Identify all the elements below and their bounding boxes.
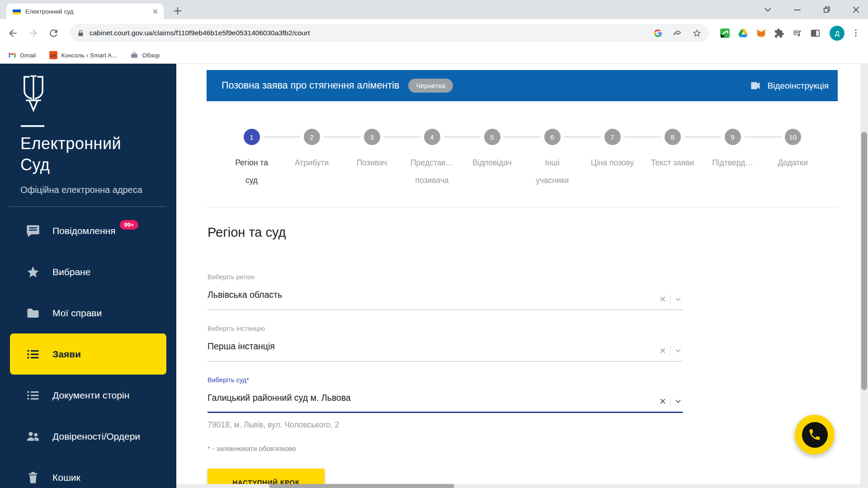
step-label: Підтверд… [711,154,755,172]
clear-icon[interactable] [659,397,667,405]
bookmark-item[interactable]: Gmail [8,51,36,59]
logo-dash [21,125,44,127]
url-bar[interactable]: cabinet.court.gov.ua/claims/f110f9eb46b1… [70,24,709,42]
browser-chrome: Електронний суд cabinet.court.gov.ua/cla… [0,0,868,64]
close-icon[interactable] [850,4,862,15]
stepper-step-7[interactable]: 7Ціна позову [582,129,642,189]
select-value: Галицький районний суд м. Львова [208,393,351,403]
sidebar-item-label: Вибране [52,267,90,277]
browser-toolbar: cabinet.court.gov.ua/claims/f110f9eb46b1… [0,19,868,47]
browser-tab[interactable]: Електронний суд [6,4,164,19]
step-number: 10 [785,129,801,145]
stepper-step-10[interactable]: 10Додатки [763,129,823,189]
field-label: Виберіть інстанцію [208,325,683,333]
stepper-step-6[interactable]: 6Інші учасники [522,129,582,189]
clear-icon[interactable] [659,295,667,303]
stepper-step-9[interactable]: 9Підтверд… [703,129,763,189]
google-drive-icon[interactable] [738,28,748,38]
video-camera-icon [750,80,762,92]
sidebar-item-label: Заяви [52,349,81,360]
app-title: Електронний Суд [20,133,121,175]
step-number: 9 [725,129,741,145]
select-input[interactable]: Львівська область [208,289,683,310]
window-controls [762,0,862,19]
bookmark-item[interactable]: Обзор [130,51,160,59]
svg-text:SA: SA [51,53,57,58]
video-instruction-link[interactable]: Відеоінструкція [750,80,829,92]
google-g-icon[interactable] [653,28,663,38]
restore-icon[interactable] [821,4,832,15]
gmail-icon [8,51,16,59]
stepper-step-2[interactable]: 2Атрибути [282,129,342,189]
metamask-icon[interactable] [756,28,766,38]
select-input[interactable]: Галицький районний суд м. Львова [208,392,683,413]
tab-search-icon[interactable] [762,4,774,15]
reload-icon[interactable] [48,28,59,39]
bookmark-label: Обзор [142,52,160,59]
step-label: Ціна позову [590,154,635,172]
tab-title: Електронний суд [25,8,147,15]
sidebar-item[interactable]: Довіреності/Ордери [0,416,176,457]
wizard-stepper: 1Регіон та суд2Атрибути3Позивач4Представ… [222,129,823,189]
sidebar-item[interactable]: Кошик [0,457,176,488]
minimize-icon[interactable] [792,4,803,15]
stepper-step-1[interactable]: 1Регіон та суд [222,129,282,189]
sidebar-item[interactable]: Заяви [10,333,166,375]
extensions-puzzle-icon[interactable] [774,28,784,38]
chevron-down-icon[interactable] [674,397,683,406]
icon-divider [670,346,670,356]
tab-close-icon[interactable] [151,8,159,15]
phone-support-button[interactable] [795,415,835,455]
vertical-scrollbar-thumb[interactable] [861,132,867,390]
sidebar-item[interactable]: Вибране [0,251,176,292]
sidebar-item-label: Довіреності/Ордери [52,431,140,442]
step-label: Регіон та суд [230,154,274,189]
chevron-down-icon[interactable] [674,346,683,355]
form-field: Виберіть інстанціюПерша інстанція [208,325,683,361]
share-icon[interactable] [673,28,682,38]
step-label: Текст заяви [651,154,695,172]
lock-icon [77,30,84,37]
sidebar-item-label: Повідомлення [52,225,115,236]
claim-title: Позовна заява про стягнення аліментів [222,80,399,91]
bookmark-star-icon[interactable] [692,28,702,38]
phone-icon [808,428,821,441]
step-number: 7 [604,129,621,145]
stepper-step-4[interactable]: 4Представ… позивача [402,129,462,189]
horizontal-scrollbar[interactable] [176,484,860,488]
url-text: cabinet.court.gov.ua/claims/f110f9eb46b1… [90,29,648,37]
sidebar-item[interactable]: Документи сторін [0,375,176,416]
smart-admin-icon: SA [49,51,57,59]
bookmark-label: Gmail [20,52,36,59]
section-title: Регіон та суд [208,224,683,240]
stepper-step-8[interactable]: 8Текст заяви [642,129,703,189]
step-number: 2 [304,129,320,145]
sidebar-item[interactable]: Мої справи [0,292,176,333]
green-arrow-extension-icon[interactable] [720,28,730,38]
stepper-step-3[interactable]: 3Позивач [342,129,402,189]
avatar[interactable]: Д [830,26,844,41]
chevron-down-icon[interactable] [674,295,683,304]
browser-menu-icon[interactable] [851,28,861,38]
new-tab-button[interactable] [171,4,184,18]
sidebar-menu: Повідомлення99+ВибранеМої справиЗаявиДок… [0,210,176,488]
select-input[interactable]: Перша інстанція [208,340,683,361]
star-icon [26,265,40,279]
notification-badge: 99+ [120,220,138,230]
bookmark-item[interactable]: SAКонсоль ‹ Smart A... [49,51,117,59]
sidebar-divider [9,206,166,207]
required-note: * - заповнювати обов'язково [208,445,683,452]
draft-badge: Чернетка [408,79,453,93]
horizontal-scrollbar-thumb[interactable] [269,484,454,488]
vertical-scrollbar[interactable] [860,64,868,488]
sidebar-item[interactable]: Повідомлення99+ [0,210,176,251]
stepper-step-5[interactable]: 5Відповідач [462,129,522,189]
select-value: Львівська область [208,290,282,300]
media-playlist-icon[interactable] [792,28,802,38]
side-panel-icon[interactable] [810,28,821,38]
browser-titlebar: Електронний суд [0,0,868,19]
back-icon[interactable] [7,28,19,39]
step-label: Відповідач [470,154,514,172]
forward-icon[interactable] [28,28,39,39]
clear-icon[interactable] [659,347,667,355]
